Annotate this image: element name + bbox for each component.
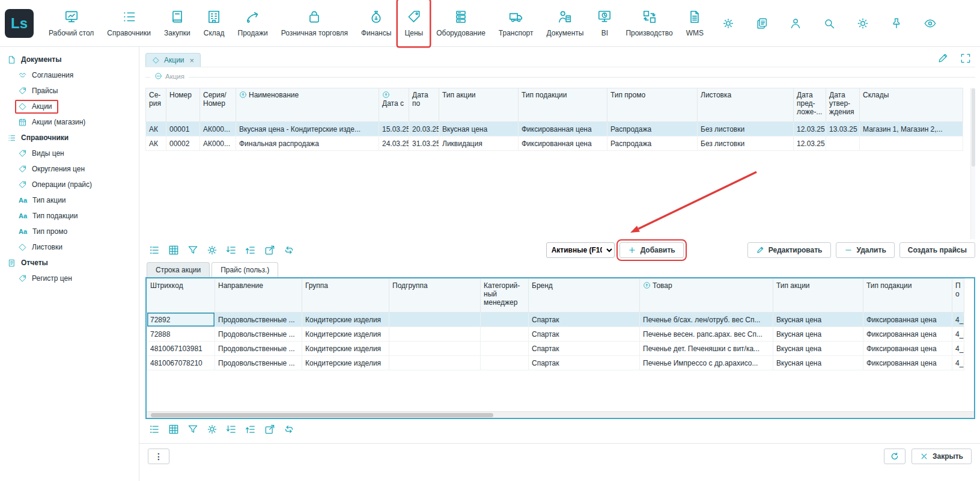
column-header[interactable]: Склады	[860, 88, 963, 122]
tab-promotion-line[interactable]: Строка акции	[147, 262, 210, 277]
menu-item-wms[interactable]: WMS	[680, 0, 710, 46]
view-grid-button[interactable]	[165, 242, 183, 258]
menu-item-retail[interactable]: Розничная торговля	[275, 0, 355, 46]
cell[interactable]: Вкусная цена	[773, 356, 863, 370]
filter-button[interactable]	[184, 242, 202, 258]
sidebar-section-catalogs[interactable]: Справочники	[0, 130, 139, 146]
cell[interactable]: Магазин 1, Магазин 2,...	[860, 122, 963, 136]
sidebar-section-documents[interactable]: Документы	[0, 52, 139, 67]
sorted-list-button[interactable]	[222, 242, 240, 258]
collapse-icon[interactable]	[154, 72, 162, 80]
column-header[interactable]: Номер	[166, 88, 200, 122]
cell[interactable]: Кондитерские изделия	[302, 327, 389, 342]
cell[interactable]: 31.03.25	[409, 136, 439, 151]
column-header[interactable]: Дата утвер-ждения	[826, 88, 860, 122]
tab-custom-price[interactable]: Прайс (польз.)	[212, 262, 278, 277]
cell[interactable]	[389, 342, 481, 356]
column-header[interactable]: Категорий-ный менеджер	[481, 279, 529, 313]
fullscreen-button[interactable]	[960, 52, 972, 64]
column-header[interactable]: Тип промо	[607, 88, 698, 122]
cell[interactable]: Спартак	[529, 327, 640, 342]
pin-button[interactable]	[889, 16, 904, 31]
visibility-button[interactable]	[922, 16, 938, 31]
menu-item-warehouse[interactable]: Склад	[197, 0, 231, 46]
grouping-button[interactable]	[242, 421, 260, 437]
cell[interactable]: Финальная распродажа	[236, 136, 379, 151]
cell[interactable]: Продовольственные ...	[215, 356, 302, 370]
cell[interactable]	[481, 356, 529, 370]
column-header[interactable]: Дата с	[379, 88, 409, 122]
cell[interactable]: Спартак	[529, 342, 640, 356]
open-window-button[interactable]	[261, 421, 279, 437]
active-filter-select[interactable]: Активные (F10)	[546, 242, 615, 258]
cell[interactable]: Кондитерские изделия	[302, 342, 389, 356]
cell[interactable]: Фиксированная цена	[863, 327, 952, 342]
cell[interactable]: Распродажа	[607, 122, 698, 136]
cell[interactable]	[860, 136, 963, 151]
column-header[interactable]: Дата по	[409, 88, 439, 122]
menu-item-transport[interactable]: Транспорт	[492, 0, 540, 46]
create-prices-button[interactable]: Создать прайсы	[899, 242, 975, 258]
open-window-button[interactable]	[261, 242, 279, 258]
column-header[interactable]: Се-рия	[146, 88, 166, 122]
cell[interactable]: Продовольственные ...	[215, 327, 302, 342]
cell[interactable]: Без листовки	[698, 136, 794, 151]
menu-item-sales[interactable]: Продажи	[231, 0, 275, 46]
cell[interactable]: АК	[146, 122, 166, 136]
reload-button[interactable]	[280, 421, 298, 437]
sidebar-item-price-rounding[interactable]: Округления цен	[0, 161, 139, 177]
view-rows-button[interactable]	[145, 421, 163, 437]
tab-promotions[interactable]: Акции ×	[145, 53, 201, 67]
sidebar-item-store-promotions[interactable]: Акции (магазин)	[0, 114, 139, 130]
menu-item-finance[interactable]: Финансы	[355, 0, 398, 46]
cell[interactable]: 24.03.25	[379, 136, 409, 151]
cell[interactable]: 4810067078210	[147, 356, 215, 370]
menu-item-desktop[interactable]: Рабочий стол	[42, 0, 100, 46]
menu-item-equipment[interactable]: Оборудование	[430, 0, 492, 46]
cell[interactable]: Кондитерские изделия	[302, 356, 389, 370]
cell[interactable]: 4_П	[952, 356, 964, 370]
column-header[interactable]: Штрихкод	[147, 279, 215, 313]
cell[interactable]: Вкусная цена	[773, 313, 863, 327]
theme-button[interactable]	[855, 16, 871, 31]
column-header[interactable]: Тип подакции	[519, 88, 607, 122]
search-button[interactable]	[821, 16, 837, 31]
cell[interactable]: Вкусная цена	[439, 122, 519, 136]
cell[interactable]: Продовольственные ...	[215, 342, 302, 356]
menu-item-production[interactable]: Производство	[619, 0, 679, 46]
sidebar-item-promotions[interactable]: Акции	[0, 99, 139, 114]
cell[interactable]: Вкусная цена	[773, 342, 863, 356]
close-button[interactable]: Закрыть	[912, 449, 972, 464]
tab-close-icon[interactable]: ×	[190, 57, 195, 64]
cell[interactable]: 72888	[147, 327, 215, 342]
column-header[interactable]: Наименование	[236, 88, 379, 122]
edit-form-button[interactable]	[937, 52, 949, 64]
cell[interactable]: Печенье дет. Печеняшки с вит/ка...	[640, 342, 773, 356]
cell[interactable]: Фиксированная цена	[863, 356, 952, 370]
column-header[interactable]: Тип акции	[439, 88, 519, 122]
cell[interactable]: Печенье весен. рапс.арах. вес Сп...	[640, 327, 773, 342]
cell[interactable]: 12.03.25	[794, 136, 826, 151]
cell[interactable]	[481, 313, 529, 327]
column-header[interactable]: Подгруппа	[389, 279, 481, 313]
grouping-button[interactable]	[242, 242, 260, 258]
filter-button[interactable]	[184, 421, 202, 437]
cell[interactable]: АК000...	[200, 136, 236, 151]
cell[interactable]: 00001	[166, 122, 200, 136]
cell[interactable]: Вкусная цена	[773, 327, 863, 342]
cell[interactable]: Без листовки	[698, 122, 794, 136]
scrollbar-thumb[interactable]	[972, 88, 975, 167]
sidebar-item-price-operations[interactable]: Операции (прайс)	[0, 177, 139, 192]
menu-item-purchases[interactable]: Закупки	[157, 0, 197, 46]
cell[interactable]	[826, 136, 860, 151]
grid-settings-button[interactable]	[203, 242, 221, 258]
app-logo[interactable]: Ls	[5, 9, 34, 38]
menu-item-prices[interactable]: Цены	[398, 0, 430, 46]
cell[interactable]: 4_П	[952, 313, 964, 327]
cell[interactable]	[481, 342, 529, 356]
sidebar-item-agreements[interactable]: Соглашения	[0, 67, 139, 83]
add-button[interactable]: Добавить	[619, 242, 684, 258]
grid-settings-button[interactable]	[203, 421, 221, 437]
sidebar-item-pricelists[interactable]: Прайсы	[0, 83, 139, 99]
cell[interactable]: Фиксированная цена	[519, 136, 607, 151]
